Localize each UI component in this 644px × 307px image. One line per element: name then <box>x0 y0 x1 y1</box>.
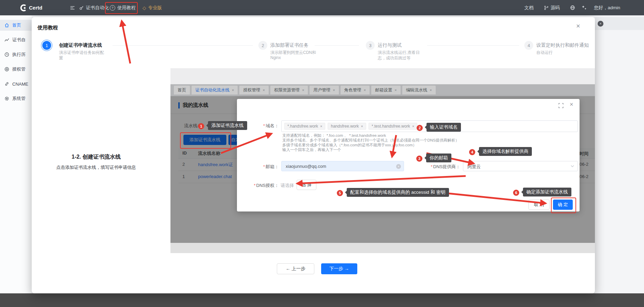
home-icon <box>4 23 9 28</box>
step-desc: 志，成功后跳过等 <box>378 55 410 61</box>
sidebar-item-cert-automation[interactable]: 证书自 <box>0 34 32 45</box>
step-desc: 演示证书申请任务如何配 <box>59 50 104 56</box>
required-marker: * <box>263 164 265 169</box>
question-circle-icon: ? <box>110 5 115 11</box>
dns-provider-value: 阿里云 <box>467 164 481 170</box>
step-indicator-3: 3 <box>366 41 375 50</box>
prev-step-button[interactable]: ← 上一步 <box>277 263 314 274</box>
email-value: xiaojunnuo@qq.com <box>286 164 326 169</box>
fullscreen-icon[interactable] <box>558 103 564 108</box>
step-indicator-1: 1 <box>42 41 51 50</box>
step-title-3: 运行与测试 <box>378 42 402 48</box>
line-chart-icon <box>4 38 9 42</box>
choose-auth-button[interactable]: 选 择 <box>297 180 316 190</box>
ok-button[interactable]: 确 定 <box>553 200 573 210</box>
nav-item-pro-version[interactable]: ◇ 专业版 <box>143 0 162 15</box>
sidebar-label: 证书自 <box>12 37 26 43</box>
top-navbar: Certd 证书自动化 ? 使用教程 ◇ 专业版 文档 源码 <box>0 0 644 15</box>
add-pipeline-dialog: × *域名： *.handsfree.work× handsfree.work×… <box>237 99 580 211</box>
nav-label: 源码 <box>551 5 560 11</box>
sidebar-collapse-button[interactable] <box>70 0 75 15</box>
background-tab-close-button[interactable]: × <box>598 21 603 27</box>
nav-label: 文档 <box>524 5 534 11</box>
sidebar-item-system[interactable]: 系统管 <box>0 93 32 104</box>
domain-hint: 支持通配符域名，例如： *.foo.com 、 *.test.handsfree… <box>282 133 386 138</box>
modal-title: 使用教程 <box>38 25 58 31</box>
sidebar-label: CNAME <box>12 82 28 87</box>
nav-item-cert-automation[interactable]: 证书自动化 <box>79 0 109 15</box>
embedded-screenshot: 首页 证书自动化流水线× 授权管理× 权限资源管理× 用户管理× 角色管理× 邮… <box>170 68 595 253</box>
required-marker: * <box>263 123 265 128</box>
next-step-button[interactable]: 下一步 → <box>321 263 357 274</box>
step-desc: 演示流水线运行,查看日 <box>378 50 420 56</box>
tutorial-note-desc: 点击添加证书流水线，填写证书申请信息 <box>42 164 151 171</box>
step-connector <box>427 45 519 46</box>
certd-logo-icon <box>19 4 27 12</box>
domain-field-label: *域名： <box>240 123 279 129</box>
tag-close-icon[interactable]: × <box>412 124 414 128</box>
email-input[interactable]: xiaojunnuo@qq.com × <box>281 161 404 171</box>
sidebar-label: 首页 <box>12 22 21 28</box>
step-indicator-4: 4 <box>524 41 533 50</box>
git-branch-icon <box>544 5 549 10</box>
step-desc: 置 <box>59 55 63 61</box>
sidebar-item-authorization[interactable]: 授权管 <box>0 64 32 75</box>
language-globe-icon[interactable] <box>570 0 575 15</box>
domain-tag: *.test.handsfree.work× <box>369 123 417 130</box>
target-icon <box>4 67 9 72</box>
required-marker: * <box>254 183 255 188</box>
domain-hint: 输入一个回车之后，再输入下一个 <box>282 147 341 152</box>
nav-item-docs[interactable]: 文档 <box>524 0 534 15</box>
tutorial-modal: 使用教程 × 1 创建证书申请流水线 演示证书申请任务如何配 置 2 添加部署证… <box>32 17 595 293</box>
step-connector <box>315 45 359 46</box>
dns-provider-select[interactable]: 阿里云 <box>463 161 578 171</box>
left-sidebar: 首页 证书自 执行历 授权管 CNAME 系统管 <box>0 15 32 293</box>
brand-name: Certd <box>29 5 42 11</box>
clear-input-icon[interactable]: × <box>396 164 401 169</box>
theme-sparkles-icon[interactable] <box>582 0 587 15</box>
domain-tags-input[interactable]: *.handsfree.work× handsfree.work× *.test… <box>281 120 578 132</box>
step-indicator-2: 2 <box>258 41 267 50</box>
step-desc: 演示部署到阿里云CDN和 <box>270 50 316 56</box>
step-desc: Nginx <box>270 55 281 60</box>
page-bottom-strip <box>0 293 644 307</box>
nav-label: 证书自动化 <box>86 5 109 11</box>
domain-tag: handsfree.work× <box>328 123 366 130</box>
app-root: Certd 证书自动化 ? 使用教程 ◇ 专业版 文档 源码 <box>0 0 644 307</box>
nav-item-tutorial[interactable]: ? 使用教程 <box>110 0 136 15</box>
dialog-close-icon[interactable]: × <box>570 101 573 108</box>
dns-auth-placeholder: 请选择 <box>281 182 294 189</box>
sidebar-item-home[interactable]: 首页 <box>0 20 32 31</box>
sidebar-item-history[interactable]: 执行历 <box>0 49 32 60</box>
background-content-strip <box>595 30 644 293</box>
step-desc: 自动运行 <box>536 50 553 56</box>
modal-close-icon[interactable]: × <box>576 23 580 29</box>
greeting-text: 您好，admin <box>594 5 620 11</box>
sidebar-item-cname[interactable]: CNAME <box>0 78 32 89</box>
domain-tag: *.handsfree.work× <box>284 123 325 130</box>
nav-label: 专业版 <box>148 5 162 11</box>
embedded-app-header <box>170 68 595 84</box>
required-marker: * <box>431 164 432 169</box>
key-icon <box>79 5 84 10</box>
clock-icon <box>4 52 9 57</box>
sidebar-label: 执行历 <box>12 52 26 58</box>
domain-hint: 多级子域名要分成多个域名输入（*.foo.com的证书不能用于xxx.yyy.f… <box>282 143 417 147</box>
gear-icon <box>4 96 9 101</box>
step-connector <box>113 45 253 46</box>
nav-item-source-code[interactable]: 源码 <box>544 0 560 15</box>
sidebar-label: 系统管 <box>12 96 26 102</box>
diamond-icon: ◇ <box>143 5 146 11</box>
cancel-button[interactable]: 取 消 <box>528 200 550 210</box>
dns-auth-label: *DNS授权： <box>240 182 279 189</box>
email-field-label: *邮箱： <box>240 164 279 170</box>
domain-hint: 支持多个域名、多个子域名、多个通配符域名打到一个证书上（域名必须是在同一个DNS… <box>282 138 459 143</box>
tag-close-icon[interactable]: × <box>361 124 363 128</box>
tutorial-note-title: 1-2. 创建证书流水线 <box>42 154 151 161</box>
step-title-4: 设置定时执行和邮件通知 <box>536 42 589 48</box>
sidebar-label: 授权管 <box>12 66 26 72</box>
user-greeting[interactable]: 您好，admin <box>594 0 644 15</box>
tag-close-icon[interactable]: × <box>320 124 322 128</box>
brand-logo[interactable]: Certd <box>19 0 42 15</box>
nav-label: 使用教程 <box>117 5 136 11</box>
